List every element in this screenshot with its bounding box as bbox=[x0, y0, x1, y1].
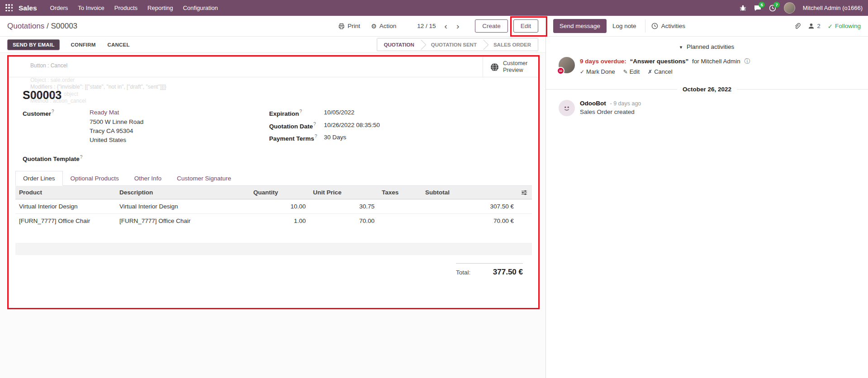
sliders-icon bbox=[521, 189, 527, 196]
cell-subtotal[interactable]: 307.50 € bbox=[422, 199, 517, 214]
cell-unit-price[interactable]: 30.75 bbox=[309, 199, 378, 214]
customer-label: Customer? bbox=[23, 109, 90, 117]
cell-blank bbox=[517, 214, 532, 228]
cancel-button[interactable]: CANCEL bbox=[103, 40, 134, 50]
odoobot-avatar[interactable] bbox=[559, 100, 575, 116]
activities-clock-icon[interactable]: 7 bbox=[769, 5, 776, 12]
debug-tooltip-line: Object : sale.order bbox=[30, 77, 166, 84]
activity-edit-button[interactable]: ✎Edit bbox=[623, 68, 640, 75]
debug-bug-icon[interactable] bbox=[740, 5, 746, 11]
activity-cancel-button[interactable]: ✗Cancel bbox=[648, 68, 673, 75]
caret-down-icon: ▾ bbox=[680, 44, 683, 50]
cell-description[interactable]: Virtual Interior Design bbox=[116, 199, 250, 214]
header-description[interactable]: Description bbox=[116, 186, 250, 199]
overdue-label: 9 days overdue: bbox=[580, 58, 626, 65]
optional-columns-button[interactable] bbox=[517, 186, 532, 199]
cross-icon: ✗ bbox=[648, 69, 652, 75]
following-button[interactable]: ✓ Following bbox=[828, 23, 861, 30]
payment-terms-label: Payment Terms? bbox=[269, 134, 324, 142]
send-message-button[interactable]: Send message bbox=[553, 19, 607, 33]
schedule-activity-button[interactable]: Activities bbox=[645, 19, 691, 33]
form-sheet: Customer Preview Button : Cancel Object … bbox=[9, 57, 539, 308]
paperclip-icon bbox=[794, 23, 801, 29]
breadcrumb-quotations-link[interactable]: Quotations bbox=[7, 22, 44, 30]
info-icon[interactable]: ⓘ bbox=[744, 58, 750, 65]
cell-taxes[interactable] bbox=[378, 199, 422, 214]
menu-orders[interactable]: Orders bbox=[45, 0, 73, 16]
cell-unit-price[interactable]: 70.00 bbox=[309, 214, 378, 228]
activity-user-avatar[interactable]: ✉ bbox=[559, 57, 575, 73]
activity-summary-line: 9 days overdue: “Answer questions” for M… bbox=[580, 57, 750, 66]
followers-button[interactable]: 2 bbox=[808, 23, 820, 29]
notebook-tabs: Order Lines Optional Products Other Info… bbox=[15, 171, 532, 186]
attachments-button[interactable] bbox=[794, 23, 801, 29]
tab-optional-products[interactable]: Optional Products bbox=[63, 171, 127, 186]
check-icon: ✓ bbox=[580, 69, 584, 75]
tab-other-info[interactable]: Other Info bbox=[127, 171, 169, 186]
confirm-button[interactable]: CONFIRM bbox=[66, 40, 100, 50]
print-button[interactable]: Print bbox=[335, 20, 364, 32]
cell-taxes[interactable] bbox=[378, 214, 422, 228]
cell-product[interactable]: [FURN_7777] Office Chair bbox=[15, 214, 116, 228]
edit-button[interactable]: Edit bbox=[513, 19, 538, 33]
chatter-toolbar: Send message Log note Activities 2 ✓ Fol… bbox=[546, 16, 868, 37]
apps-grid-icon[interactable] bbox=[5, 4, 13, 12]
top-navbar: Sales Orders To Invoice Products Reporti… bbox=[0, 0, 868, 16]
header-subtotal[interactable]: Subtotal bbox=[422, 186, 517, 199]
header-quantity[interactable]: Quantity bbox=[250, 186, 309, 199]
create-button[interactable]: Create bbox=[475, 19, 508, 33]
tab-order-lines[interactable]: Order Lines bbox=[15, 171, 63, 186]
send-by-email-button[interactable]: SEND BY EMAIL bbox=[7, 39, 60, 50]
date-separator: October 26, 2022 bbox=[546, 86, 868, 93]
chatter-panel: Send message Log note Activities 2 ✓ Fol… bbox=[545, 16, 868, 378]
planned-activities-toggle[interactable]: ▾ Planned activities bbox=[546, 40, 868, 57]
expiration-value[interactable]: 10/05/2022 bbox=[324, 109, 525, 117]
status-step-quotation[interactable]: QUOTATION bbox=[377, 38, 421, 51]
message-author[interactable]: OdooBot bbox=[580, 100, 606, 107]
field-groups: Customer? Ready Mat 7500 W Linne Road Tr… bbox=[23, 109, 525, 144]
help-question-icon: ? bbox=[52, 109, 54, 114]
user-avatar[interactable] bbox=[784, 2, 795, 14]
header-product[interactable]: Product bbox=[15, 186, 116, 199]
log-note-button[interactable]: Log note bbox=[607, 19, 642, 33]
menu-products[interactable]: Products bbox=[109, 0, 142, 16]
customer-preview-button[interactable]: Customer Preview bbox=[483, 57, 538, 77]
cell-subtotal[interactable]: 70.00 € bbox=[422, 214, 517, 228]
action-button[interactable]: ⚙ Action bbox=[367, 20, 400, 33]
message-header: OdooBot - 9 days ago bbox=[580, 100, 641, 107]
activity-assignee: for Mitchell Admin bbox=[692, 58, 740, 65]
cell-description[interactable]: [FURN_7777] Office Chair bbox=[116, 214, 250, 228]
app-brand[interactable]: Sales bbox=[19, 4, 37, 12]
menu-configuration[interactable]: Configuration bbox=[178, 0, 223, 16]
header-taxes[interactable]: Taxes bbox=[378, 186, 422, 199]
followers-count: 2 bbox=[817, 23, 820, 29]
header-unit-price[interactable]: Unit Price bbox=[309, 186, 378, 199]
menu-reporting[interactable]: Reporting bbox=[142, 0, 178, 16]
status-step-sales-order[interactable]: SALES ORDER bbox=[484, 38, 538, 51]
payment-terms-value[interactable]: 30 Days bbox=[324, 134, 525, 142]
user-name[interactable]: Mitchell Admin (o1666) bbox=[803, 5, 863, 11]
message-timestamp: - 9 days ago bbox=[610, 100, 641, 107]
pager-next-button[interactable]: › bbox=[452, 22, 463, 30]
cell-quantity[interactable]: 10.00 bbox=[250, 199, 309, 214]
clock-icon bbox=[651, 23, 658, 29]
tab-customer-signature[interactable]: Customer Signature bbox=[169, 171, 239, 186]
pager-value[interactable]: 12 / 15 bbox=[413, 23, 439, 29]
help-question-icon: ? bbox=[299, 109, 302, 114]
activity-item: ✉ 9 days overdue: “Answer questions” for… bbox=[546, 57, 868, 75]
mark-done-button[interactable]: ✓Mark Done bbox=[580, 68, 615, 75]
cell-quantity[interactable]: 1.00 bbox=[250, 214, 309, 228]
pager: 12 / 15 ‹ › bbox=[413, 22, 463, 30]
order-line-row[interactable]: Virtual Interior Design Virtual Interior… bbox=[15, 199, 532, 214]
status-step-quotation-sent[interactable]: QUOTATION SENT bbox=[421, 38, 484, 51]
chatter-toolbar-right: 2 ✓ Following bbox=[794, 23, 861, 30]
pager-previous-button[interactable]: ‹ bbox=[441, 22, 451, 30]
menu-to-invoice[interactable]: To Invoice bbox=[73, 0, 109, 16]
quotation-date-value[interactable]: 10/26/2022 08:35:50 bbox=[324, 122, 525, 130]
quotation-template-field[interactable]: Quotation Template? bbox=[23, 155, 525, 163]
customer-value-link[interactable]: Ready Mat bbox=[90, 109, 269, 117]
control-panel: Quotations / S00003 Print ⚙ Action 12 / … bbox=[0, 16, 545, 37]
messages-icon[interactable]: 5 bbox=[754, 5, 761, 12]
cell-product[interactable]: Virtual Interior Design bbox=[15, 199, 116, 214]
order-line-row[interactable]: [FURN_7777] Office Chair [FURN_7777] Off… bbox=[15, 214, 532, 228]
